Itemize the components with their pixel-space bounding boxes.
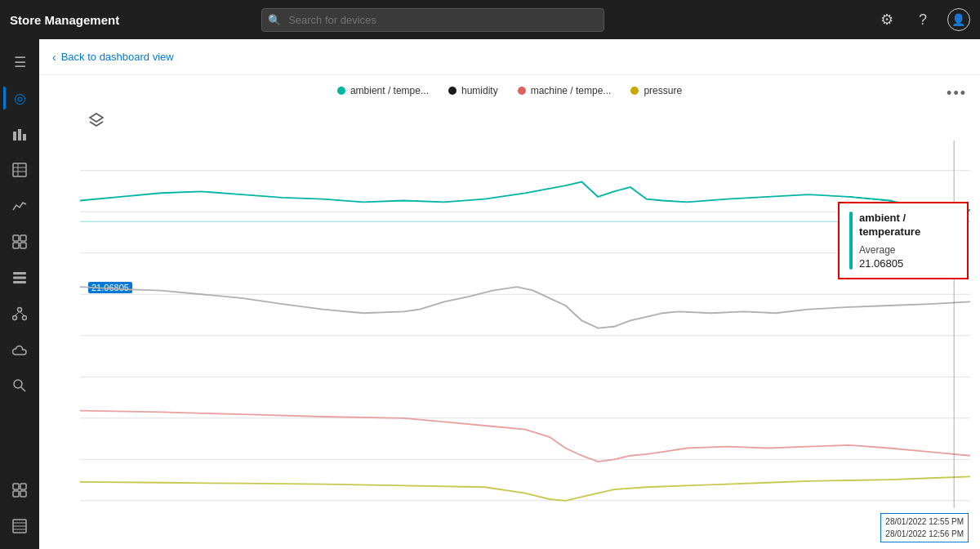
sidebar: ☰ ◎	[0, 39, 39, 549]
sidebar-item-list[interactable]	[3, 261, 36, 294]
main-layout: ☰ ◎	[0, 39, 980, 549]
chart-container: ambient / tempe... humidity machine / te…	[39, 75, 980, 549]
avatar[interactable]: 👤	[947, 8, 970, 31]
legend-label-ambient: ambient / tempe...	[350, 85, 429, 96]
svg-rect-7	[13, 235, 19, 241]
breadcrumb-bar: ‹ Back to dashboard view	[39, 39, 980, 75]
sidebar-item-menu[interactable]: ☰	[3, 46, 36, 78]
sidebar-item-grid[interactable]	[3, 225, 36, 258]
svg-point-19	[14, 380, 22, 388]
tooltip-accent-bar	[849, 212, 853, 270]
legend-dot-machine	[518, 87, 526, 95]
svg-line-17	[15, 312, 20, 316]
svg-rect-23	[13, 491, 19, 497]
svg-rect-22	[20, 484, 26, 489]
legend-dot-humidity	[448, 87, 457, 95]
svg-point-16	[23, 316, 27, 320]
tooltip-title: ambient / temperature	[859, 212, 957, 239]
sidebar-item-network[interactable]	[3, 297, 36, 330]
sidebar-item-bar[interactable]	[3, 118, 36, 150]
tooltip-metric-label: Average	[859, 244, 957, 256]
time-box-line1: 28/01/2022 12:55 PM	[885, 516, 964, 528]
svg-point-14	[18, 308, 22, 312]
svg-rect-24	[20, 491, 26, 497]
tooltip-content: ambient / temperature Average 21.06805	[859, 212, 957, 270]
svg-marker-29	[90, 114, 103, 122]
chart-more-button[interactable]: •••	[947, 85, 967, 102]
sidebar-item-table2[interactable]	[3, 510, 36, 542]
search-icon: 🔍	[268, 14, 281, 26]
back-arrow-icon[interactable]: ‹	[52, 51, 56, 64]
legend-dot-pressure	[630, 87, 639, 95]
svg-line-18	[20, 312, 24, 316]
svg-rect-3	[13, 163, 26, 176]
sidebar-item-widget[interactable]	[3, 474, 36, 507]
time-range-box: 28/01/2022 12:55 PM 28/01/2022 12:56 PM	[880, 513, 969, 542]
search-input[interactable]	[261, 8, 604, 32]
svg-rect-8	[20, 235, 26, 241]
time-box-line2: 28/01/2022 12:56 PM	[885, 528, 964, 540]
svg-rect-13	[13, 281, 26, 283]
content-area: ‹ Back to dashboard view ambient / tempe…	[39, 39, 980, 549]
sidebar-item-map[interactable]: ◎	[3, 82, 36, 114]
tooltip-metric-value: 21.06805	[859, 257, 957, 270]
layers-icon[interactable]	[88, 112, 105, 132]
settings-icon[interactable]: ⚙	[875, 8, 898, 31]
help-icon[interactable]: ?	[911, 8, 934, 31]
legend-item-pressure: pressure	[630, 85, 682, 96]
app-title: Store Management	[10, 13, 119, 27]
svg-rect-1	[18, 129, 21, 141]
legend-label-pressure: pressure	[644, 85, 682, 96]
svg-point-15	[13, 316, 17, 320]
sidebar-item-cloud[interactable]	[3, 333, 36, 366]
svg-rect-2	[23, 134, 26, 141]
legend-item-ambient: ambient / tempe...	[337, 85, 429, 96]
svg-rect-21	[13, 484, 19, 489]
svg-line-20	[21, 387, 25, 391]
sidebar-item-analytics[interactable]	[3, 190, 36, 222]
breadcrumb-back-link[interactable]: Back to dashboard view	[61, 51, 174, 63]
tooltip-box: ambient / temperature Average 21.06805	[838, 202, 969, 279]
chart-legend: ambient / tempe... humidity machine / te…	[39, 85, 980, 96]
svg-rect-12	[13, 277, 26, 279]
svg-rect-9	[13, 243, 19, 248]
app-header: Store Management 🔍 ⚙ ? 👤	[0, 0, 980, 39]
svg-rect-11	[13, 272, 26, 274]
sidebar-item-table[interactable]	[3, 154, 36, 186]
search-container: 🔍	[261, 8, 604, 32]
chart-svg: 21.4 21.2 26 25 24 60 40 4 2	[80, 141, 970, 508]
legend-item-humidity: humidity	[448, 85, 498, 96]
header-actions: ⚙ ? 👤	[875, 8, 970, 31]
chart-svg-area: 21.4 21.2 26 25 24 60 40 4 2	[80, 141, 970, 508]
sidebar-item-search[interactable]	[3, 369, 36, 402]
svg-rect-10	[20, 243, 26, 248]
legend-label-machine: machine / tempe...	[531, 85, 612, 96]
legend-dot-ambient	[337, 87, 345, 95]
legend-item-machine: machine / tempe...	[518, 85, 612, 96]
svg-rect-0	[13, 132, 16, 141]
legend-label-humidity: humidity	[461, 85, 498, 96]
